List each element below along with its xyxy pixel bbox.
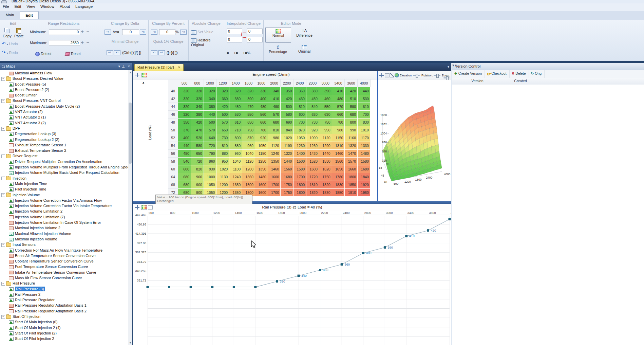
menu-item-view[interactable]: View	[24, 3, 38, 10]
map-cell[interactable]: 360	[216, 95, 229, 103]
data-point[interactable]	[384, 247, 386, 249]
tree-item[interactable]: Start Of Pilot Injection (2)	[0, 330, 128, 336]
map-cell[interactable]: 1750	[319, 173, 332, 181]
tree-item[interactable]: Maximal Injection Volume	[0, 236, 128, 242]
map-cell[interactable]: 1160	[345, 134, 358, 142]
map-cell[interactable]: 430	[293, 95, 306, 103]
data-point[interactable]	[341, 264, 343, 266]
data-point[interactable]	[362, 252, 364, 254]
map-cell[interactable]: 350	[178, 119, 191, 126]
map-cell[interactable]: 1920	[358, 181, 371, 189]
map-cell[interactable]: 570	[204, 126, 216, 134]
map-cell[interactable]: 640	[204, 134, 216, 142]
map-cell[interactable]: 660	[255, 119, 268, 126]
tree-item[interactable]: Maximal Injection Volume 2	[0, 225, 128, 231]
line-chart[interactable]: 5008001000120014001600180020002200240028…	[133, 211, 451, 345]
tree-item[interactable]: Injection Volume Multiplier Basis Used F…	[0, 170, 128, 175]
map-cell[interactable]: 550	[319, 103, 332, 111]
copy-button[interactable]: Copy	[3, 28, 12, 38]
map-cell[interactable]: 1750	[281, 189, 293, 197]
map-cell[interactable]: 1400	[293, 150, 306, 158]
map-cell[interactable]: 1600	[268, 173, 281, 181]
map-cell[interactable]: 380	[191, 111, 204, 119]
map-cell[interactable]: 1100	[229, 165, 242, 173]
menu-item-edit[interactable]: Edit	[12, 3, 24, 10]
map-cell[interactable]: 950	[319, 126, 332, 134]
tree-item[interactable]: −Injection	[0, 176, 128, 181]
map-cell[interactable]: 1470	[345, 150, 358, 158]
map-cell[interactable]: 320	[242, 87, 255, 95]
map-cell[interactable]: 1240	[268, 150, 281, 158]
grid-col-header[interactable]: 4000	[358, 79, 371, 87]
tree-expander-icon[interactable]: −	[1, 177, 5, 180]
scrollbar-thumb[interactable]	[129, 103, 132, 164]
tree-item[interactable]: Mass Air Flow Sensor Conversion Curve	[0, 275, 128, 280]
map-cell[interactable]: 1050	[293, 134, 306, 142]
map-cell[interactable]: 1250	[255, 158, 268, 165]
tree-item[interactable]: Fuel Temperature Sensor Conversion Curve	[0, 264, 128, 269]
map-cell[interactable]: 1830	[332, 181, 345, 189]
map-cell[interactable]: 1810	[306, 181, 319, 189]
map-cell[interactable]: 800	[345, 119, 358, 126]
map-cell[interactable]: 1680	[358, 165, 371, 173]
minimum-increase-button[interactable]: +	[80, 29, 84, 34]
map-cell[interactable]: 320	[216, 87, 229, 95]
map-cell[interactable]: 1050	[255, 142, 268, 150]
map-cell[interactable]: 1010	[358, 126, 371, 134]
map-cell[interactable]: 900	[191, 181, 204, 189]
map-cell[interactable]: 600	[178, 165, 191, 173]
map-cell[interactable]: 1480	[358, 150, 371, 158]
map-cell[interactable]: 1350	[268, 158, 281, 165]
elevation-slider-thumb[interactable]	[416, 74, 418, 78]
grid-col-header[interactable]: 1000	[204, 79, 216, 87]
map-cell[interactable]: 470	[242, 103, 255, 111]
data-point[interactable]	[427, 230, 429, 232]
map-cell[interactable]: 1580	[293, 165, 306, 173]
grid-col-header[interactable]: 3600	[345, 79, 358, 87]
grid-row-header[interactable]: 50	[168, 126, 178, 134]
heatmap-toggle-icon[interactable]	[141, 73, 147, 77]
map-cell[interactable]: 830	[358, 119, 371, 126]
maximum-decrease-button[interactable]: −	[86, 40, 90, 45]
map-cell[interactable]: 360	[293, 87, 306, 95]
menu-item-window[interactable]: Window	[38, 3, 57, 10]
grid-col-header[interactable]: 1600	[242, 79, 255, 87]
quick-decrease-button[interactable]: −1	[151, 50, 157, 55]
tab-list-chevron-icon[interactable]: ▾	[448, 65, 449, 69]
map-cell[interactable]: 810	[216, 142, 229, 150]
map-cell[interactable]: 780	[255, 126, 268, 134]
map-cell[interactable]: 710	[229, 126, 242, 134]
data-point[interactable]	[147, 286, 149, 288]
map-cell[interactable]: 1580	[358, 158, 371, 165]
map-cell[interactable]: 1090	[306, 134, 319, 142]
map-cell[interactable]: 490	[268, 103, 281, 111]
map-cell[interactable]: 440	[204, 111, 216, 119]
map-cell[interactable]: 810	[268, 126, 281, 134]
map-cell[interactable]: 750	[242, 126, 255, 134]
menu-item-about[interactable]: About	[57, 3, 73, 10]
map-cell[interactable]: 450	[306, 95, 319, 103]
tree-item[interactable]: −Boost Pressure: VNT Control	[0, 98, 128, 103]
map-cell[interactable]: 540	[306, 103, 319, 111]
tree-item[interactable]: Injection Volume Correction Factor Via A…	[0, 198, 128, 203]
map-cell[interactable]: 870	[293, 126, 306, 134]
map-cell[interactable]: 320	[191, 87, 204, 95]
pan-icon[interactable]	[379, 73, 384, 77]
map-cell[interactable]: 1700	[293, 173, 306, 181]
grid-row-header[interactable]: 60	[168, 165, 178, 173]
percent-subtract-button[interactable]: −x	[151, 30, 157, 35]
redo-button[interactable]: ↷ ▾ Redo	[2, 50, 18, 55]
tree-item[interactable]: Exhaust Temperature Sensor 2	[0, 148, 128, 153]
map-cell[interactable]: 570	[332, 103, 345, 111]
map-cell[interactable]: 530	[358, 95, 371, 103]
map-cell[interactable]: 930	[204, 165, 216, 173]
set-value-button[interactable]: Set Value	[191, 30, 213, 35]
version-grid-body[interactable]	[452, 85, 644, 345]
map-cell[interactable]: 1460	[268, 165, 281, 173]
map-cell[interactable]: 520	[191, 134, 204, 142]
scroll-down-icon[interactable]: ▼	[128, 341, 132, 345]
map-cell[interactable]: 780	[332, 119, 345, 126]
map-cell[interactable]: 920	[306, 126, 319, 134]
grid-row-header[interactable]: 68	[168, 181, 178, 189]
map-cell[interactable]: 1830	[319, 189, 332, 197]
